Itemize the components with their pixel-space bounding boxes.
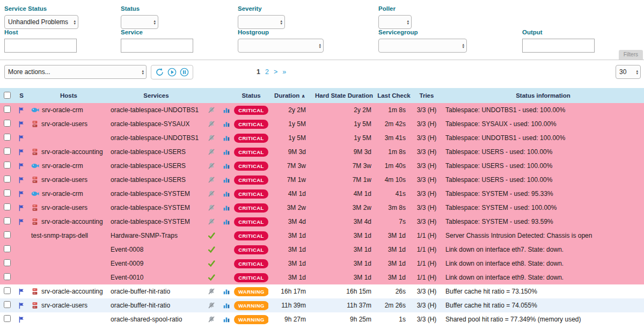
col-header-tries[interactable]: Tries: [411, 88, 442, 103]
status-badge: CRITICAL: [234, 203, 268, 213]
chart-icon[interactable]: [223, 134, 230, 142]
service-link[interactable]: oracle-tablespace-UNDOTBS1: [111, 106, 199, 114]
col-header-status[interactable]: Status: [234, 88, 268, 103]
chart-icon[interactable]: [223, 218, 230, 225]
filter-hostgroup: Hostgroup: [238, 29, 324, 53]
col-header-duration[interactable]: Duration ∧: [268, 88, 311, 103]
host-link[interactable]: srv-oracle-users: [41, 176, 87, 184]
row-checkbox[interactable]: [4, 106, 11, 113]
status-cell: CRITICAL: [234, 103, 268, 117]
hard-state-duration-cell: 3M 1d: [311, 229, 377, 243]
col-header-last-check[interactable]: Last Check: [377, 88, 411, 103]
service-status-select[interactable]: Unhandled Problems: [4, 15, 78, 29]
chart-icon[interactable]: [223, 148, 230, 156]
service-link[interactable]: oracle-shared-spool-ratio: [111, 316, 182, 323]
service-input[interactable]: [121, 39, 193, 53]
service-link[interactable]: oracle-tablespace-USERS: [111, 176, 186, 184]
table-row: Event-0010CRITICAL3M 1d3M 1d3M 1d1/1 (H)…: [0, 270, 644, 284]
row-checkbox[interactable]: [4, 120, 11, 127]
hard-state-duration-cell: 1y 5M: [311, 131, 377, 145]
host-cell: srv-oracle-crm: [29, 159, 108, 173]
service-link[interactable]: oracle-tablespace-UNDOTBS1: [111, 134, 199, 142]
status-select[interactable]: [121, 15, 158, 29]
chart-icon[interactable]: [223, 190, 230, 198]
host-link[interactable]: srv-oracle-crm: [42, 106, 83, 114]
chart-icon[interactable]: [223, 204, 230, 211]
table-header-row: S Hosts Services Status Duration ∧ Hard …: [0, 88, 644, 103]
last-page[interactable]: »: [282, 68, 286, 76]
host-link[interactable]: srv-oracle-accounting: [41, 148, 103, 156]
service-link[interactable]: oracle-tablespace-USERS: [111, 148, 186, 156]
row-flag-cell: [14, 103, 29, 117]
service-link[interactable]: Hardware-SNMP-Traps: [111, 232, 178, 239]
more-actions-select[interactable]: More actions...: [4, 65, 147, 79]
hostgroup-select[interactable]: [238, 39, 324, 53]
col-header-status-information[interactable]: Status information: [442, 88, 644, 103]
host-link[interactable]: srv-oracle-users: [41, 204, 87, 211]
filters-button[interactable]: Filters: [619, 50, 643, 60]
refresh-icon[interactable]: [155, 68, 164, 77]
service-link[interactable]: Event-0008: [111, 246, 143, 253]
row-checkbox[interactable]: [4, 231, 11, 238]
output-input[interactable]: [522, 39, 595, 53]
servicegroup-select[interactable]: [378, 39, 467, 53]
service-link[interactable]: Event-0010: [111, 274, 143, 281]
row-checkbox[interactable]: [4, 315, 11, 322]
host-link[interactable]: srv-oracle-users: [41, 120, 87, 128]
service-link[interactable]: oracle-tablespace-SYSAUX: [111, 120, 189, 128]
severity-select[interactable]: [238, 15, 285, 29]
chart-icon[interactable]: [223, 176, 230, 184]
row-checkbox[interactable]: [4, 273, 11, 280]
page-size-select[interactable]: 30: [616, 65, 641, 79]
host-link[interactable]: test-snmp-traps-dell: [31, 232, 88, 239]
col-header-hosts[interactable]: Hosts: [29, 88, 108, 103]
host-link[interactable]: srv-oracle-accounting: [41, 218, 103, 225]
chart-icon[interactable]: [223, 106, 230, 114]
service-link[interactable]: oracle-buffer-hit-ratio: [111, 288, 170, 295]
host-cell: srv-oracle-accounting: [29, 284, 108, 298]
page-1[interactable]: 1: [257, 68, 260, 76]
host-cell: test-snmp-traps-dell: [29, 229, 108, 243]
row-checkbox[interactable]: [4, 287, 11, 294]
host-input[interactable]: [4, 39, 77, 53]
host-link[interactable]: srv-oracle-crm: [42, 162, 83, 170]
select-all-checkbox[interactable]: [4, 92, 11, 99]
chart-icon[interactable]: [223, 288, 230, 295]
page-2[interactable]: 2: [265, 68, 269, 76]
next-page[interactable]: >: [274, 68, 277, 76]
chart-icon[interactable]: [223, 316, 230, 323]
service-link[interactable]: oracle-tablespace-SYSTEM: [111, 190, 190, 198]
row-checkbox[interactable]: [4, 148, 11, 155]
chart-icon[interactable]: [223, 302, 230, 309]
service-link[interactable]: oracle-tablespace-USERS: [111, 162, 186, 170]
pause-icon[interactable]: [180, 68, 189, 77]
row-checkbox[interactable]: [4, 134, 11, 141]
row-checkbox[interactable]: [4, 217, 11, 224]
row-checkbox[interactable]: [4, 203, 11, 210]
tries-cell: 3/3 (H): [411, 173, 442, 187]
row-checkbox[interactable]: [4, 245, 11, 252]
row-select-cell: [0, 215, 14, 229]
last-check-cell: 1m 40s: [377, 159, 411, 173]
chart-icon[interactable]: [223, 120, 230, 128]
service-link[interactable]: oracle-tablespace-SYSTEM: [111, 218, 190, 225]
service-link[interactable]: oracle-buffer-hit-ratio: [111, 302, 170, 309]
host-link[interactable]: srv-oracle-crm: [42, 190, 83, 198]
col-header-hard-state-duration[interactable]: Hard State Duration: [311, 88, 377, 103]
row-checkbox[interactable]: [4, 176, 11, 182]
pagination: 1 2 > »: [257, 68, 286, 76]
row-checkbox[interactable]: [4, 301, 11, 308]
chart-icon[interactable]: [223, 162, 230, 170]
host-link[interactable]: srv-oracle-accounting: [41, 288, 103, 295]
poller-select[interactable]: [378, 15, 412, 29]
col-header-s[interactable]: S: [14, 88, 29, 103]
host-link[interactable]: srv-oracle-users: [41, 302, 87, 309]
service-link[interactable]: Event-0009: [111, 260, 143, 267]
row-checkbox[interactable]: [4, 259, 11, 266]
service-link[interactable]: oracle-tablespace-SYSTEM: [111, 204, 190, 211]
play-icon[interactable]: [167, 68, 177, 77]
row-checkbox[interactable]: [4, 162, 11, 169]
col-header-services[interactable]: Services: [108, 88, 204, 103]
row-checkbox[interactable]: [4, 189, 11, 196]
status-cell: CRITICAL: [234, 270, 268, 284]
